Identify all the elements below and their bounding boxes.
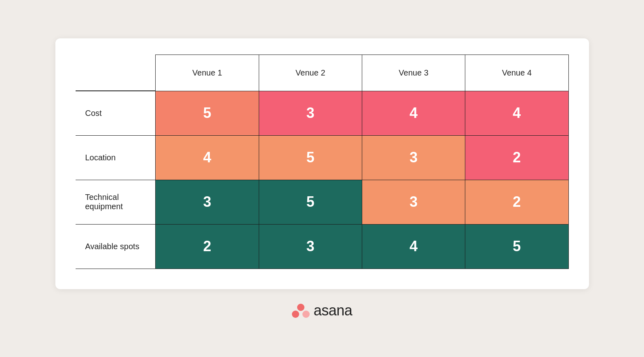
cell-r3-c1: 3 — [259, 224, 362, 269]
svg-point-1 — [292, 311, 299, 318]
cell-r2-c3: 2 — [465, 180, 568, 224]
header-venue4: Venue 4 — [465, 55, 568, 91]
cell-r0-c2: 4 — [362, 91, 465, 135]
header-venue3: Venue 3 — [362, 55, 465, 91]
cell-r0-c1: 3 — [259, 91, 362, 135]
cell-r2-c2: 3 — [362, 180, 465, 224]
row-label-0: Cost — [76, 91, 156, 135]
table-row: Location4532 — [76, 135, 569, 180]
cell-r3-c3: 5 — [465, 224, 568, 269]
asana-icon — [292, 303, 310, 318]
comparison-table: Venue 1 Venue 2 Venue 3 Venue 4 Cost5344… — [76, 55, 569, 269]
cell-r1-c2: 3 — [362, 135, 465, 180]
cell-r2-c0: 3 — [156, 180, 259, 224]
header-venue1: Venue 1 — [156, 55, 259, 91]
cell-r3-c2: 4 — [362, 224, 465, 269]
cell-r3-c0: 2 — [156, 224, 259, 269]
header-row: Venue 1 Venue 2 Venue 3 Venue 4 — [76, 55, 569, 91]
svg-point-0 — [297, 304, 304, 311]
table-row: Available spots2345 — [76, 224, 569, 269]
cell-r1-c0: 4 — [156, 135, 259, 180]
cell-r1-c1: 5 — [259, 135, 362, 180]
header-venue2: Venue 2 — [259, 55, 362, 91]
table-row: Cost5344 — [76, 91, 569, 135]
row-label-2: Technicalequipment — [76, 180, 156, 224]
logo-area: asana — [292, 302, 353, 319]
page-wrapper: Venue 1 Venue 2 Venue 3 Venue 4 Cost5344… — [55, 38, 589, 319]
cell-r1-c3: 2 — [465, 135, 568, 180]
cell-r0-c0: 5 — [156, 91, 259, 135]
cell-r0-c3: 4 — [465, 91, 568, 135]
asana-logo-text: asana — [314, 302, 353, 319]
row-label-1: Location — [76, 135, 156, 180]
table-row: Technicalequipment3532 — [76, 180, 569, 224]
comparison-card: Venue 1 Venue 2 Venue 3 Venue 4 Cost5344… — [55, 38, 589, 289]
header-empty — [76, 55, 156, 91]
row-label-3: Available spots — [76, 224, 156, 269]
cell-r2-c1: 5 — [259, 180, 362, 224]
svg-point-2 — [302, 311, 310, 318]
